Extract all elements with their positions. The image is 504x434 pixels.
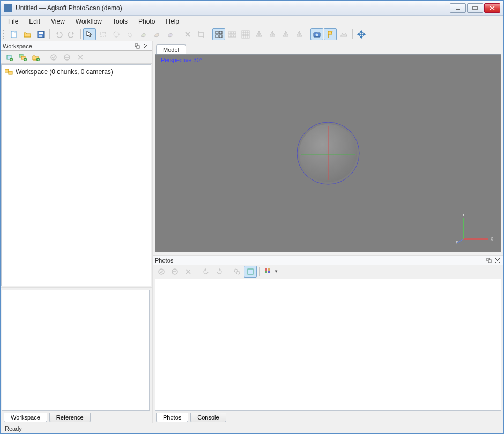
rotate-left-icon[interactable] bbox=[199, 266, 212, 278]
svg-rect-81 bbox=[265, 268, 267, 271]
menu-file[interactable]: File bbox=[3, 16, 24, 27]
photos-panel-header[interactable]: Photos bbox=[153, 256, 503, 265]
model-panel: Model Perspective 30° bbox=[153, 41, 503, 256]
show-labels-icon[interactable] bbox=[324, 28, 337, 40]
redo-icon[interactable] bbox=[65, 28, 78, 40]
menu-edit[interactable]: Edit bbox=[24, 16, 46, 27]
minimize-button[interactable] bbox=[450, 3, 466, 13]
menu-photo[interactable]: Photo bbox=[133, 16, 160, 27]
svg-rect-82 bbox=[268, 268, 270, 271]
svg-rect-35 bbox=[315, 32, 317, 33]
close-button[interactable] bbox=[484, 3, 500, 13]
maximize-button[interactable] bbox=[467, 3, 483, 13]
workspace-root-icon bbox=[5, 68, 13, 76]
workspace-panel-header[interactable]: Workspace bbox=[1, 41, 152, 51]
resize-region-icon[interactable] bbox=[137, 28, 150, 40]
disable-photo-icon[interactable] bbox=[168, 266, 181, 278]
svg-rect-19 bbox=[228, 35, 231, 37]
undock-icon[interactable] bbox=[134, 42, 141, 50]
delete-icon[interactable] bbox=[181, 28, 194, 40]
point-cloud-icon[interactable] bbox=[253, 28, 265, 40]
menu-tools[interactable]: Tools bbox=[107, 16, 133, 27]
enable-icon[interactable] bbox=[47, 51, 60, 63]
workspace-tree[interactable]: Workspace (0 chunks, 0 cameras) bbox=[1, 64, 151, 286]
menu-view[interactable]: View bbox=[46, 16, 70, 27]
tab-photos[interactable]: Photos bbox=[156, 413, 188, 422]
view-details-icon[interactable] bbox=[244, 266, 257, 278]
navigation-icon[interactable] bbox=[355, 28, 368, 40]
menu-workflow[interactable]: Workflow bbox=[70, 16, 107, 27]
close-panel-icon[interactable] bbox=[142, 42, 150, 50]
app-icon bbox=[4, 4, 12, 12]
workspace-panel: Workspace + + + Workspac bbox=[1, 41, 152, 288]
show-images-icon[interactable] bbox=[310, 28, 323, 40]
svg-text:Y: Y bbox=[462, 214, 465, 218]
view-thumbnails-icon[interactable] bbox=[262, 266, 275, 278]
rect-select-icon[interactable] bbox=[97, 28, 109, 40]
close-panel-icon[interactable] bbox=[494, 257, 501, 264]
svg-rect-21 bbox=[234, 35, 236, 37]
move-region-icon[interactable] bbox=[164, 28, 176, 40]
circle-select-icon[interactable] bbox=[110, 28, 123, 40]
reset-view-icon[interactable] bbox=[231, 266, 243, 278]
photos-list[interactable] bbox=[155, 279, 501, 411]
menu-help[interactable]: Help bbox=[160, 16, 184, 27]
toolbar-gripper bbox=[3, 29, 6, 39]
freeform-select-icon[interactable] bbox=[123, 28, 136, 40]
rotate-right-icon[interactable] bbox=[213, 266, 226, 278]
dense-cloud-icon[interactable] bbox=[266, 28, 279, 40]
svg-rect-17 bbox=[231, 32, 233, 34]
workspace-toolbar: + + + bbox=[1, 51, 152, 64]
svg-text:+: + bbox=[10, 58, 12, 61]
tab-console[interactable]: Console bbox=[190, 413, 226, 422]
show-tracks-icon[interactable] bbox=[337, 28, 350, 40]
open-folder-icon[interactable] bbox=[21, 28, 34, 40]
svg-rect-80 bbox=[248, 269, 253, 274]
arrow-select-icon[interactable] bbox=[83, 28, 96, 40]
svg-rect-12 bbox=[216, 31, 218, 34]
rotate-region-icon[interactable] bbox=[150, 28, 163, 40]
window-title: Untitled — Agisoft PhotoScan (demo) bbox=[16, 4, 450, 12]
tab-model[interactable]: Model bbox=[156, 44, 186, 55]
tab-reference[interactable]: Reference bbox=[49, 413, 91, 422]
add-chunk-icon[interactable]: + bbox=[3, 51, 16, 63]
svg-rect-58 bbox=[9, 71, 12, 74]
svg-rect-1 bbox=[473, 6, 477, 10]
disable-icon[interactable] bbox=[61, 51, 73, 63]
add-folder-icon[interactable]: + bbox=[29, 51, 42, 63]
trackball-gizmo bbox=[291, 116, 366, 191]
show-cameras-icon[interactable] bbox=[212, 28, 225, 40]
viewport-label: Perspective 30° bbox=[161, 57, 202, 63]
window-titlebar: Untitled — Agisoft PhotoScan (demo) bbox=[1, 1, 503, 16]
model-viewport[interactable]: Perspective 30° bbox=[155, 54, 501, 252]
model-shaded-icon[interactable] bbox=[279, 28, 292, 40]
show-aligned-icon[interactable] bbox=[239, 28, 252, 40]
tab-workspace[interactable]: Workspace bbox=[4, 413, 47, 422]
add-photos-icon[interactable]: + bbox=[16, 51, 29, 63]
svg-text:Z: Z bbox=[456, 241, 458, 246]
tree-root-item[interactable]: Workspace (0 chunks, 0 cameras) bbox=[4, 67, 149, 77]
enable-photo-icon[interactable] bbox=[155, 266, 168, 278]
undo-icon[interactable] bbox=[52, 28, 65, 40]
show-markers-icon[interactable] bbox=[226, 28, 239, 40]
model-solid-icon[interactable] bbox=[293, 28, 306, 40]
svg-rect-70 bbox=[488, 260, 491, 263]
svg-rect-13 bbox=[219, 31, 222, 34]
new-document-icon[interactable] bbox=[8, 28, 20, 40]
remove-photo-icon[interactable] bbox=[182, 266, 195, 278]
axis-gizmo: X Y Z bbox=[456, 214, 493, 246]
undock-icon[interactable] bbox=[485, 257, 493, 264]
crop-icon[interactable] bbox=[195, 28, 207, 40]
main-toolbar bbox=[1, 27, 503, 41]
svg-rect-8 bbox=[100, 32, 106, 36]
remove-icon[interactable] bbox=[74, 51, 87, 63]
dropdown-arrow-icon[interactable]: ▼ bbox=[274, 269, 278, 274]
svg-point-34 bbox=[316, 33, 318, 36]
workspace-panel-title: Workspace bbox=[3, 43, 132, 49]
svg-rect-20 bbox=[231, 35, 233, 37]
tree-root-label: Workspace (0 chunks, 0 cameras) bbox=[16, 68, 113, 76]
svg-rect-57 bbox=[5, 69, 9, 72]
photos-panel: Photos ▼ bbox=[153, 256, 503, 411]
svg-text:+: + bbox=[37, 58, 39, 61]
save-icon[interactable] bbox=[34, 28, 47, 40]
